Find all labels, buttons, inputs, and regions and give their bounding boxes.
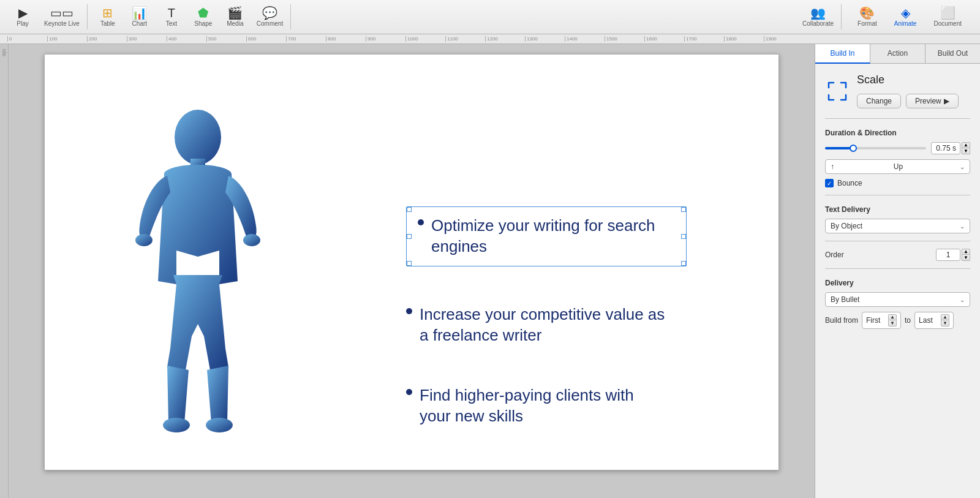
- build-from-first-dropdown[interactable]: First ▲ ▼: [862, 312, 901, 329]
- delivery-dropdown[interactable]: By Bullet ⌄: [825, 292, 970, 307]
- stepper-up[interactable]: ▲: [962, 142, 970, 148]
- duration-row: 0.75 s ▲ ▼: [825, 142, 970, 154]
- preview-button[interactable]: Preview ▶: [906, 94, 959, 108]
- bullet-dot-3: [406, 389, 412, 395]
- keynote-live-label: Keynote Live: [44, 20, 80, 27]
- ruler: 0 100 200 300 400 500 600 700 800 900 10…: [0, 34, 980, 44]
- ruler-mark: 400: [167, 36, 206, 42]
- order-section: Order 1 ▲ ▼: [825, 249, 970, 261]
- bounce-checkbox[interactable]: [825, 179, 834, 187]
- ruler-mark: 600: [246, 36, 286, 42]
- ruler-mark: 1600: [644, 36, 684, 42]
- build-out-tab[interactable]: Build Out: [925, 44, 980, 63]
- build-to-stepper-up[interactable]: ▲: [941, 314, 949, 320]
- text-delivery-section: Text Delivery By Object ⌄: [825, 205, 970, 233]
- shape-button[interactable]: ⬟ Shape: [188, 4, 219, 29]
- ruler-mark: 1400: [565, 36, 605, 42]
- text-label: Text: [166, 20, 177, 27]
- main-toolbar: ▶ Play ▭▭ Keynote Live ⊞ Table 📊 Chart T…: [0, 0, 980, 34]
- play-button[interactable]: ▶ Play: [7, 4, 38, 29]
- build-from-first: First: [866, 316, 880, 325]
- text-delivery-dropdown-row: By Object ⌄: [825, 219, 970, 233]
- text-button[interactable]: T Text: [156, 4, 187, 29]
- document-label: Document: [933, 20, 962, 27]
- order-stepper-up[interactable]: ▲: [962, 249, 970, 255]
- delivery-dropdown-row: By Bullet ⌄: [825, 292, 970, 307]
- table-icon: ⊞: [102, 7, 113, 19]
- comment-button[interactable]: 💬 Comment: [252, 4, 288, 29]
- ruler-mark: 700: [286, 36, 326, 42]
- bullet-dot-2: [406, 308, 412, 314]
- duration-value[interactable]: 0.75 s: [931, 142, 960, 154]
- chart-label: Chart: [132, 20, 147, 27]
- collaborate-label: Collaborate: [802, 20, 834, 27]
- animate-tab-button[interactable]: ◈ Animate: [886, 3, 925, 31]
- order-stepper-down[interactable]: ▼: [962, 255, 970, 261]
- handle-bottom-left[interactable]: [407, 261, 412, 266]
- build-from-last-dropdown[interactable]: Last ▲ ▼: [914, 312, 954, 329]
- right-panel: Build In Action Build Out: [815, 44, 980, 498]
- order-input: 1 ▲ ▼: [936, 249, 970, 261]
- ruler-mark: 900: [366, 36, 405, 42]
- divider-1: [825, 118, 970, 119]
- order-value[interactable]: 1: [936, 249, 960, 261]
- build-from-stepper-up[interactable]: ▲: [888, 314, 897, 320]
- direction-dropdown-row: ↑ Up ⌄: [825, 159, 970, 174]
- divider-2: [825, 195, 970, 195]
- chart-icon: 📊: [132, 7, 147, 19]
- text-delivery-value: By Object: [831, 222, 862, 230]
- handle-top-right[interactable]: [681, 207, 686, 212]
- collaborate-icon: 👥: [810, 7, 826, 19]
- duration-input: 0.75 s ▲ ▼: [931, 142, 970, 154]
- direction-icon: ↑: [831, 162, 834, 171]
- handle-bottom-right[interactable]: [681, 261, 686, 266]
- ruler-mark: 300: [127, 36, 167, 42]
- table-button[interactable]: ⊞ Table: [92, 4, 123, 29]
- keynote-live-icon: ▭▭: [50, 7, 74, 19]
- direction-dropdown[interactable]: ↑ Up ⌄: [825, 159, 970, 174]
- ruler-mark: 1500: [605, 36, 644, 42]
- animate-icon: ◈: [901, 7, 910, 19]
- bullet-text-2: Increase your competitive value as a fre…: [420, 304, 676, 346]
- slider-thumb[interactable]: [850, 145, 857, 152]
- svg-point-3: [243, 234, 260, 246]
- main-area: ide: [0, 44, 980, 498]
- canvas-area[interactable]: Optimize your writing for search engines…: [9, 44, 815, 498]
- build-to-stepper-down[interactable]: ▼: [941, 320, 949, 326]
- to-label: to: [905, 316, 911, 325]
- media-icon: 🎬: [227, 7, 243, 19]
- handle-top-left[interactable]: [407, 207, 412, 212]
- shape-icon: ⬟: [198, 7, 208, 19]
- handle-middle-left[interactable]: [407, 234, 412, 239]
- order-label: Order: [825, 251, 844, 259]
- document-tab-button[interactable]: ⬜ Document: [925, 3, 970, 31]
- collaborate-group: 👥 Collaborate: [795, 4, 842, 29]
- ruler-mark: 0: [7, 36, 47, 42]
- selected-text-box[interactable]: Optimize your writing for search engines: [406, 206, 687, 266]
- build-from-stepper-down[interactable]: ▼: [888, 320, 897, 326]
- action-tab[interactable]: Action: [870, 44, 925, 63]
- ruler-mark: 1900: [764, 36, 804, 42]
- keynote-live-button[interactable]: ▭▭ Keynote Live: [39, 4, 85, 29]
- scale-buttons: Change Preview ▶: [857, 94, 970, 108]
- direction-arrow: ⌄: [960, 164, 965, 170]
- play-label: Play: [17, 20, 28, 27]
- media-button[interactable]: 🎬 Media: [220, 4, 251, 29]
- build-in-tab[interactable]: Build In: [815, 44, 870, 64]
- stepper-down[interactable]: ▼: [962, 148, 970, 154]
- ruler-marks: 0 100 200 300 400 500 600 700 800 900 10…: [7, 36, 804, 42]
- collaborate-button[interactable]: 👥 Collaborate: [797, 4, 839, 29]
- duration-slider-track[interactable]: [825, 147, 926, 149]
- document-icon: ⬜: [940, 7, 956, 19]
- chart-button[interactable]: 📊 Chart: [124, 4, 155, 29]
- bullet-item-2: Increase your competitive value as a fre…: [406, 304, 676, 346]
- slide-canvas[interactable]: Optimize your writing for search engines…: [44, 54, 779, 470]
- format-tab-button[interactable]: 🎨 Format: [849, 3, 886, 31]
- change-button[interactable]: Change: [857, 94, 901, 108]
- bullet-item-2-container: Increase your competitive value as a fre…: [406, 304, 676, 346]
- text-delivery-arrow: ⌄: [960, 223, 965, 230]
- scale-section: Scale Change Preview ▶: [825, 74, 970, 108]
- handle-middle-right[interactable]: [681, 234, 686, 239]
- delivery-section: Delivery By Bullet ⌄: [825, 279, 970, 307]
- text-delivery-dropdown[interactable]: By Object ⌄: [825, 219, 970, 233]
